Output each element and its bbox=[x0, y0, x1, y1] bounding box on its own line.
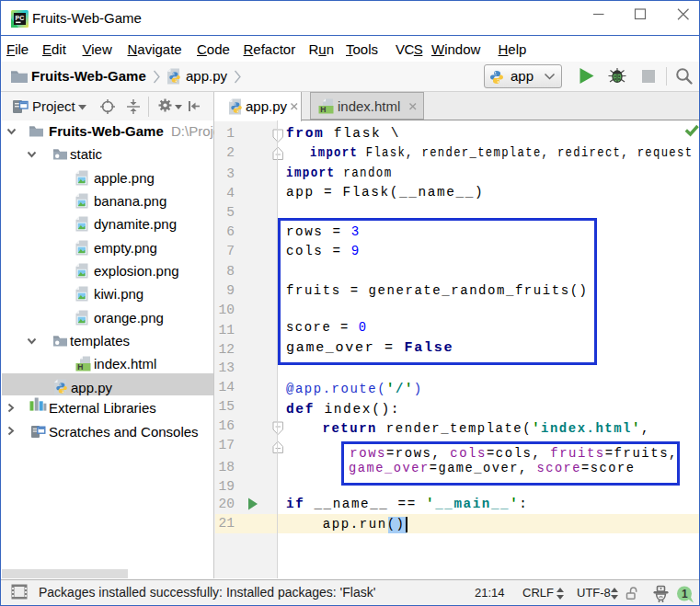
svg-text:H: H bbox=[320, 105, 326, 114]
svg-text:H: H bbox=[77, 363, 83, 372]
svg-text:1: 1 bbox=[682, 588, 688, 600]
svg-text:PC: PC bbox=[16, 15, 25, 21]
